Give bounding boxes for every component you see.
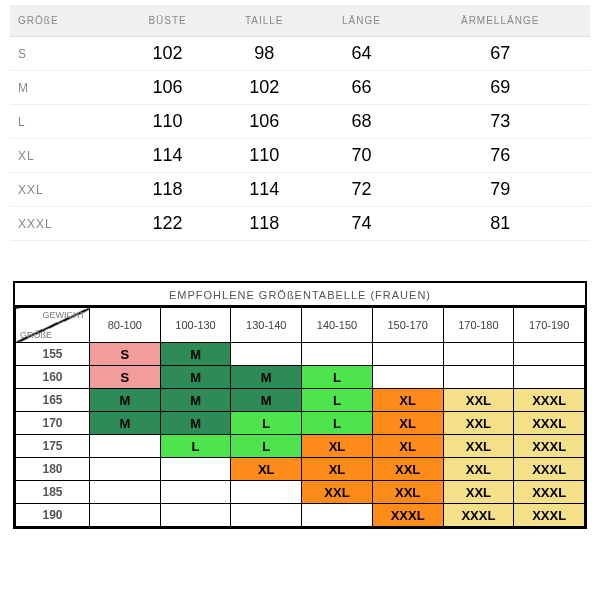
table-row: 165MMMLXLXXLXXXL	[16, 389, 585, 412]
col-size: GRÖßE	[10, 5, 119, 37]
cell-length: 64	[313, 37, 411, 71]
cell-sleeve: 69	[410, 71, 590, 105]
corner-weight-label: GEWICHT	[43, 310, 86, 320]
height-cell: 190	[16, 504, 90, 527]
cell-size: XXXL	[10, 207, 119, 241]
weight-col: 170-190	[514, 308, 585, 343]
size-cell: L	[302, 366, 373, 389]
weight-col: 100-130	[160, 308, 231, 343]
col-waist: TAILLE	[216, 5, 313, 37]
size-cell: M	[160, 389, 231, 412]
size-cell	[160, 504, 231, 527]
size-cell	[443, 343, 514, 366]
table-row: 175LLXLXLXXLXXXL	[16, 435, 585, 458]
col-length: LÄNGE	[313, 5, 411, 37]
size-cell	[302, 343, 373, 366]
measurements-header-row: GRÖßE BÜSTE TAILLE LÄNGE ÄRMELLÄNGE	[10, 5, 590, 37]
size-cell	[90, 504, 161, 527]
size-cell: XXL	[443, 458, 514, 481]
height-cell: 155	[16, 343, 90, 366]
cell-waist: 102	[216, 71, 313, 105]
size-cell: L	[160, 435, 231, 458]
size-cell: XXL	[372, 458, 443, 481]
cell-size: L	[10, 105, 119, 139]
size-cell	[372, 366, 443, 389]
cell-size: XXL	[10, 173, 119, 207]
size-cell: XXXL	[443, 504, 514, 527]
cell-sleeve: 76	[410, 139, 590, 173]
size-cell: XL	[372, 435, 443, 458]
cell-sleeve: 73	[410, 105, 590, 139]
size-cell	[90, 481, 161, 504]
table-row: 170MMLLXLXXLXXXL	[16, 412, 585, 435]
size-cell: XXXL	[372, 504, 443, 527]
weight-col: 80-100	[90, 308, 161, 343]
size-cell: XXL	[443, 435, 514, 458]
size-cell	[90, 458, 161, 481]
cell-length: 70	[313, 139, 411, 173]
cell-bust: 118	[119, 173, 215, 207]
cell-size: S	[10, 37, 119, 71]
cell-waist: 118	[216, 207, 313, 241]
recommended-title: EMPFOHLENE GRÖßENTABELLE (FRAUEN)	[15, 283, 585, 307]
size-cell: L	[302, 412, 373, 435]
size-cell: XXXL	[514, 504, 585, 527]
measurements-table: GRÖßE BÜSTE TAILLE LÄNGE ÄRMELLÄNGE S102…	[10, 5, 590, 241]
size-cell: M	[231, 389, 302, 412]
size-cell: XXL	[443, 389, 514, 412]
weight-col: 140-150	[302, 308, 373, 343]
cell-bust: 114	[119, 139, 215, 173]
recommended-table: GEWICHT GRÖßE 80-100 100-130 130-140 140…	[15, 307, 585, 527]
size-cell: XXL	[443, 481, 514, 504]
col-bust: BÜSTE	[119, 5, 215, 37]
size-cell	[231, 504, 302, 527]
size-cell: XL	[231, 458, 302, 481]
size-cell: XL	[372, 389, 443, 412]
table-row: XXL1181147279	[10, 173, 590, 207]
size-cell: M	[160, 343, 231, 366]
size-cell: XXXL	[514, 412, 585, 435]
cell-length: 72	[313, 173, 411, 207]
cell-sleeve: 81	[410, 207, 590, 241]
table-row: 155SM	[16, 343, 585, 366]
size-cell	[160, 458, 231, 481]
table-row: S102986467	[10, 37, 590, 71]
cell-waist: 98	[216, 37, 313, 71]
table-row: L1101066873	[10, 105, 590, 139]
size-cell	[90, 435, 161, 458]
recommended-header-row: GEWICHT GRÖßE 80-100 100-130 130-140 140…	[16, 308, 585, 343]
cell-bust: 106	[119, 71, 215, 105]
size-cell: XXL	[302, 481, 373, 504]
size-cell: XXXL	[514, 458, 585, 481]
size-cell: M	[231, 366, 302, 389]
cell-bust: 102	[119, 37, 215, 71]
size-cell: XXXL	[514, 435, 585, 458]
corner-cell: GEWICHT GRÖßE	[16, 308, 90, 343]
cell-size: M	[10, 71, 119, 105]
table-row: 190XXXLXXXLXXXL	[16, 504, 585, 527]
cell-length: 68	[313, 105, 411, 139]
table-row: 160SMML	[16, 366, 585, 389]
cell-sleeve: 67	[410, 37, 590, 71]
size-cell: M	[90, 412, 161, 435]
size-cell: XXL	[372, 481, 443, 504]
cell-waist: 114	[216, 173, 313, 207]
height-cell: 175	[16, 435, 90, 458]
cell-size: XL	[10, 139, 119, 173]
cell-waist: 106	[216, 105, 313, 139]
cell-length: 66	[313, 71, 411, 105]
size-cell	[160, 481, 231, 504]
table-row: 185XXLXXLXXLXXXL	[16, 481, 585, 504]
cell-length: 74	[313, 207, 411, 241]
size-cell: S	[90, 343, 161, 366]
weight-col: 130-140	[231, 308, 302, 343]
table-row: M1061026669	[10, 71, 590, 105]
size-cell: XXL	[443, 412, 514, 435]
weight-col: 170-180	[443, 308, 514, 343]
size-cell: L	[231, 412, 302, 435]
col-sleeve: ÄRMELLÄNGE	[410, 5, 590, 37]
size-cell	[514, 343, 585, 366]
size-cell	[302, 504, 373, 527]
size-cell	[231, 481, 302, 504]
corner-size-label: GRÖßE	[20, 330, 52, 340]
